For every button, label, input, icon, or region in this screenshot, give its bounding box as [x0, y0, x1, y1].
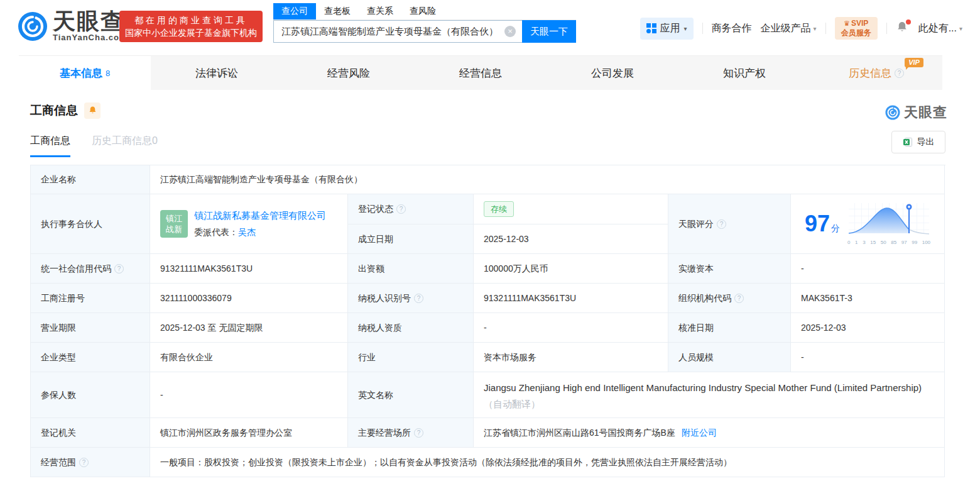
field-value-reg-authority: 镇江市润州区政务服务管理办公室	[150, 418, 348, 448]
tab-history-info[interactable]: VIP 历史信息 ?	[810, 56, 942, 90]
apps-label: 应用	[660, 22, 680, 35]
representative-link[interactable]: 吴杰	[238, 227, 256, 237]
user-account-menu[interactable]: 此处有... ▾	[918, 22, 962, 35]
search-area: 查公司 查老板 查关系 查风险 × 天眼一下	[273, 4, 576, 43]
field-value-taxpayer-id: 91321111MAK3561T3U	[474, 284, 668, 313]
field-value-capital: 100000万人民币	[474, 254, 668, 284]
help-icon[interactable]: ?	[717, 219, 726, 229]
field-value-staff-size: -	[791, 343, 945, 372]
help-icon[interactable]: ?	[414, 294, 423, 303]
search-tab-risk[interactable]: 查风险	[401, 3, 444, 19]
nav-business-cooperation[interactable]: 商务合作	[712, 22, 752, 35]
tab-label: 基本信息	[60, 66, 102, 80]
tianyancha-logo-icon	[885, 105, 900, 120]
help-icon[interactable]: ?	[414, 428, 423, 438]
partner-avatar[interactable]: 镇江 战新	[160, 210, 188, 238]
tab-label: 知识产权	[723, 66, 766, 80]
field-label-company-name: 企业名称	[31, 165, 150, 194]
company-section-tabs: 基本信息 8 法律诉讼 经营风险 经营信息 公司发展 知识产权 VIP 历史信息…	[19, 55, 942, 90]
field-label-taxpayer-id: 纳税人识别号 ?	[348, 284, 474, 313]
field-label-industry: 行业	[348, 343, 474, 372]
tab-basic-info[interactable]: 基本信息 8	[19, 56, 151, 90]
clear-search-icon[interactable]: ×	[504, 26, 516, 37]
enterprise-label: 企业级产品	[761, 22, 811, 35]
help-icon[interactable]: ?	[114, 264, 124, 274]
field-value-reg-number: 321111000336079	[150, 284, 348, 313]
subscribe-bell-button[interactable]	[84, 102, 101, 119]
tianyancha-logo[interactable]: 天眼查 TianYanCha.com	[18, 10, 128, 42]
field-label-registration-status: 登记状态 ?	[348, 194, 474, 224]
label-text: 组织机构代码	[678, 292, 731, 305]
chevron-down-icon: ▾	[814, 25, 817, 32]
field-value-company-name: 江苏镇江高端智能制造产业专项母基金（有限合伙）	[150, 165, 945, 194]
apps-grid-icon	[646, 23, 656, 33]
search-tab-relation[interactable]: 查关系	[359, 3, 401, 19]
search-button[interactable]: 天眼一下	[522, 20, 576, 43]
subtab-business-info[interactable]: 工商信息	[30, 135, 70, 157]
label-text: 登记状态	[358, 202, 393, 216]
field-value-taxpayer-quality: -	[474, 313, 668, 343]
field-value-insured-count: -	[150, 372, 348, 418]
address-text: 江苏省镇江市润州区南山路61号国投商务广场B座	[484, 426, 675, 440]
field-label-reg-authority: 登记机关	[31, 418, 150, 448]
help-icon[interactable]: ?	[79, 458, 89, 467]
vip-badge: VIP	[905, 58, 923, 67]
field-value-credit-code: 91321111MAK3561T3U	[150, 254, 348, 284]
watermark-text: 天眼查	[904, 103, 947, 122]
slogan-line2: 国家中小企业发展子基金旗下机构	[119, 26, 263, 39]
field-value-executive-partner: 镇江 战新 镇江战新私募基金管理有限公司 委派代表：吴杰	[150, 194, 348, 254]
search-tab-company[interactable]: 查公司	[273, 3, 316, 19]
chart-x-axis: 0131550859799100	[847, 239, 930, 246]
help-icon[interactable]: ?	[895, 69, 904, 78]
field-label-reg-number: 工商注册号	[31, 284, 150, 313]
slogan-line1: 都在用的商业查询工具	[119, 14, 263, 26]
tab-company-development[interactable]: 公司发展	[547, 56, 678, 90]
search-input[interactable]	[273, 20, 522, 43]
avatar-text: 战新	[166, 224, 182, 235]
field-label-english-name: 英文名称	[348, 372, 474, 418]
subtab-history-business-info[interactable]: 历史工商信息0	[92, 135, 158, 157]
notification-dot	[906, 19, 911, 25]
apps-menu[interactable]: 应用 ▾	[640, 18, 694, 40]
field-value-business-scope: 一般项目：股权投资；创业投资（限投资未上市企业）；以自有资金从事投资活动（除依法…	[150, 448, 945, 477]
score-unit: 分	[831, 223, 840, 233]
field-value-establish-date: 2025-12-03	[474, 224, 668, 254]
tab-intellectual-property[interactable]: 知识产权	[678, 56, 810, 90]
tab-count: 8	[106, 69, 110, 78]
tab-label: 法律诉讼	[195, 66, 238, 80]
label-text: 纳税人识别号	[358, 292, 411, 305]
field-value-registration-status: 存续	[474, 194, 668, 224]
tab-label: 经营风险	[327, 66, 370, 80]
field-value-paid-capital: -	[791, 254, 945, 284]
nearby-companies-link[interactable]: 附近公司	[682, 426, 717, 440]
search-tab-boss[interactable]: 查老板	[316, 3, 359, 19]
tab-operation-info[interactable]: 经营信息	[415, 56, 547, 90]
tab-legal-litigation[interactable]: 法律诉讼	[151, 56, 283, 90]
label-text: 统一社会信用代码	[41, 262, 111, 275]
field-value-english-name: Jiangsu Zhenjiang High end Intelligent M…	[474, 372, 945, 418]
tab-label: 公司发展	[591, 66, 634, 80]
excel-icon	[903, 137, 913, 147]
field-label-business-scope: 经营范围 ?	[31, 448, 150, 477]
avatar-text: 镇江	[166, 213, 182, 224]
representative-label: 委派代表：	[194, 227, 238, 237]
search-tabs: 查公司 查老板 查关系 查风险	[273, 4, 576, 20]
label-text: 经营范围	[41, 456, 76, 469]
chevron-down-icon: ▾	[959, 25, 962, 32]
nav-enterprise-products[interactable]: 企业级产品 ▾	[761, 22, 817, 35]
notifications-bell-icon[interactable]	[896, 21, 910, 36]
svip-label: SVIP	[851, 19, 868, 28]
help-icon[interactable]: ?	[396, 204, 406, 214]
partner-company-link[interactable]: 镇江战新私募基金管理有限公司	[194, 209, 326, 223]
auto-translate-note: （自动翻译）	[484, 399, 540, 409]
divider	[702, 23, 703, 34]
export-button[interactable]: 导出	[891, 131, 945, 153]
tab-operation-risk[interactable]: 经营风险	[283, 56, 415, 90]
help-icon[interactable]: ?	[734, 294, 744, 303]
field-label-tianyan-score: 天眼评分 ?	[668, 194, 791, 254]
field-label-business-address: 主要经营场所 ?	[348, 418, 474, 448]
svip-member-button[interactable]: ♛SVIP 会员服务	[835, 17, 878, 40]
chevron-down-icon: ▾	[684, 25, 687, 32]
business-info-table: 企业名称 江苏镇江高端智能制造产业专项母基金（有限合伙） 执行事务合伙人 镇江 …	[30, 165, 945, 477]
section-title: 工商信息	[30, 102, 78, 119]
